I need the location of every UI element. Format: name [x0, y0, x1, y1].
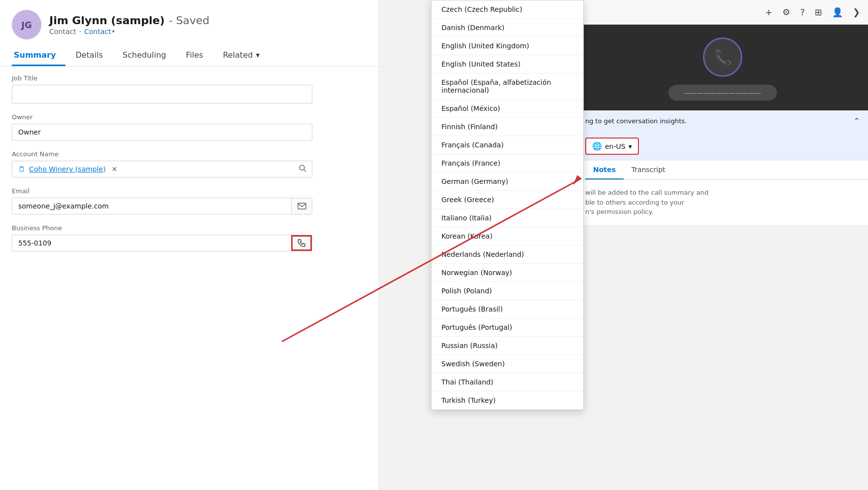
account-search-icon[interactable]	[298, 164, 307, 175]
contact-title-group: Jim Glynn (sample) - Saved Contact · Con…	[49, 14, 209, 35]
language-item[interactable]: Polish (Poland)	[432, 282, 583, 300]
form-content: Job Title Owner Owner Account Name 🗒 Coh…	[0, 67, 379, 269]
email-icon-btn[interactable]	[291, 198, 312, 214]
language-item[interactable]: Français (France)	[432, 154, 583, 173]
lang-selector-label: en-US	[605, 142, 626, 150]
account-record-icon: 🗒	[18, 165, 25, 173]
language-item[interactable]: English (United States)	[432, 55, 583, 73]
language-item[interactable]: Russian (Russia)	[432, 337, 583, 355]
lang-selector-area: 🌐 en-US ▾	[577, 132, 868, 161]
contact-info-row: JG Jim Glynn (sample) - Saved Contact · …	[12, 10, 367, 39]
notes-tabs: Notes Transcript	[577, 161, 868, 180]
phone-call-btn[interactable]	[291, 235, 312, 251]
tab-transcript[interactable]: Transcript	[624, 161, 673, 179]
account-close-icon[interactable]: ✕	[111, 165, 117, 173]
language-item[interactable]: Swedish (Sweden)	[432, 355, 583, 373]
language-dropdown[interactable]: Czech (Czech Republic)Danish (Denmark)En…	[431, 0, 584, 410]
language-item[interactable]: Greek (Greece)	[432, 191, 583, 209]
collapse-icon[interactable]: ⌃	[854, 116, 860, 126]
language-item[interactable]: Czech (Czech Republic)	[432, 0, 583, 19]
notes-content: will be added to the call summary and bl…	[577, 180, 868, 225]
tab-scheduling[interactable]: Scheduling	[121, 45, 176, 66]
svg-line-1	[304, 170, 306, 172]
field-group-phone: Business Phone 555-0109	[12, 224, 367, 251]
owner-field[interactable]: Owner	[12, 124, 312, 140]
contact-name: Jim Glynn (sample)	[49, 14, 165, 27]
crm-panel: JG Jim Glynn (sample) - Saved Contact · …	[0, 0, 379, 490]
svg-rect-2	[298, 203, 306, 209]
email-field[interactable]: someone_j@example.com	[12, 198, 312, 214]
top-bar: + ⚙ ? ⊞ 👤 ❯	[577, 0, 868, 25]
type-chevron-icon: ▾	[112, 29, 114, 34]
language-item[interactable]: Español (España, alfabetización internac…	[432, 73, 583, 100]
lang-chevron-icon: ▾	[629, 142, 632, 150]
expand-btn[interactable]: ❯	[853, 7, 860, 17]
business-phone-label: Business Phone	[12, 224, 367, 232]
phone-name-bar: ————————————	[668, 85, 777, 101]
tab-files[interactable]: Files	[184, 45, 213, 66]
phone-avatar-ring: 📞	[703, 37, 742, 77]
field-group-jobtitle: Job Title	[12, 74, 367, 104]
language-item[interactable]: Nederlands (Nederland)	[432, 245, 583, 264]
contact-subtitle: Contact · Contact ▾	[49, 28, 209, 35]
chevron-right-icon: ❯	[853, 7, 860, 17]
nav-tabs: Summary Details Scheduling Files Related…	[12, 45, 367, 66]
business-phone-field[interactable]: 555-0109	[12, 235, 312, 251]
account-name-label: Account Name	[12, 150, 367, 158]
phone-avatar-area: 📞 ————————————	[577, 28, 868, 110]
account-name-link[interactable]: Coho Winery (sample)	[29, 165, 105, 173]
insights-text: ng to get conversation insights.	[585, 117, 687, 125]
svg-point-0	[300, 165, 304, 170]
dot-separator: ·	[79, 28, 81, 35]
language-item[interactable]: Danish (Denmark)	[432, 19, 583, 37]
tab-related[interactable]: Related ▾	[221, 45, 269, 66]
right-side-panel: + ⚙ ? ⊞ 👤 ❯ ··· 🎤 ⏸	[577, 0, 868, 490]
language-item[interactable]: English (United Kingdom)	[432, 37, 583, 55]
related-chevron-icon: ▾	[256, 50, 260, 60]
field-group-account: Account Name 🗒 Coho Winery (sample) ✕	[12, 150, 367, 177]
language-item[interactable]: Turkish (Turkey)	[432, 391, 583, 410]
job-title-field[interactable]	[12, 85, 312, 104]
contact-saved-label: - Saved	[168, 14, 209, 27]
language-item[interactable]: Español (México)	[432, 100, 583, 118]
language-item[interactable]: Italiano (Italia)	[432, 209, 583, 227]
language-item[interactable]: German (Germany)	[432, 173, 583, 191]
user-icon[interactable]: 👤	[832, 7, 843, 17]
field-group-owner: Owner Owner	[12, 113, 367, 140]
owner-label: Owner	[12, 113, 367, 121]
contact-type2-link[interactable]: Contact ▾	[84, 28, 115, 35]
language-selector-btn[interactable]: 🌐 en-US ▾	[585, 138, 639, 155]
language-item[interactable]: Français (Canada)	[432, 136, 583, 154]
job-title-label: Job Title	[12, 74, 367, 82]
contact-type1: Contact	[49, 28, 76, 35]
add-icon[interactable]: +	[765, 7, 772, 17]
tab-notes[interactable]: Notes	[585, 161, 624, 179]
globe-icon: 🌐	[592, 141, 602, 151]
contact-header: JG Jim Glynn (sample) - Saved Contact · …	[0, 0, 379, 67]
language-item[interactable]: Português (Portugal)	[432, 318, 583, 337]
language-item[interactable]: Finnish (Finland)	[432, 118, 583, 136]
email-label: Email	[12, 187, 367, 195]
avatar: JG	[12, 10, 41, 39]
language-item[interactable]: Thai (Thailand)	[432, 373, 583, 391]
phone-contact-icon: 📞	[714, 49, 732, 66]
language-item[interactable]: Korean (Korea)	[432, 227, 583, 245]
apps-icon[interactable]: ⊞	[815, 7, 822, 17]
help-icon[interactable]: ?	[800, 7, 805, 17]
account-name-field[interactable]: 🗒 Coho Winery (sample) ✕	[12, 161, 312, 177]
tab-details[interactable]: Details	[73, 45, 112, 66]
language-item[interactable]: Norwegian (Norway)	[432, 264, 583, 282]
language-item[interactable]: Português (Brasil)	[432, 300, 583, 318]
settings-icon[interactable]: ⚙	[782, 7, 790, 17]
tab-summary[interactable]: Summary	[12, 45, 66, 66]
field-group-email: Email someone_j@example.com	[12, 187, 367, 214]
insights-area: ng to get conversation insights. ⌃	[577, 110, 868, 132]
